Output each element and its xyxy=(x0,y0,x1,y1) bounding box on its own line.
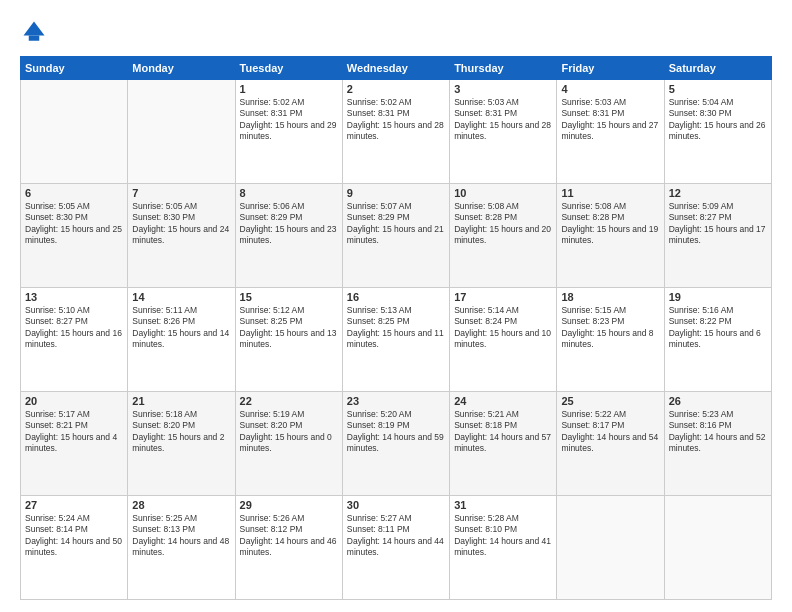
calendar-cell: 24Sunrise: 5:21 AM Sunset: 8:18 PM Dayli… xyxy=(450,392,557,496)
page: SundayMondayTuesdayWednesdayThursdayFrid… xyxy=(0,0,792,612)
calendar-cell: 16Sunrise: 5:13 AM Sunset: 8:25 PM Dayli… xyxy=(342,288,449,392)
day-info: Sunrise: 5:03 AM Sunset: 8:31 PM Dayligh… xyxy=(561,97,659,143)
weekday-header: Saturday xyxy=(664,57,771,80)
calendar-week-row: 13Sunrise: 5:10 AM Sunset: 8:27 PM Dayli… xyxy=(21,288,772,392)
calendar-cell: 23Sunrise: 5:20 AM Sunset: 8:19 PM Dayli… xyxy=(342,392,449,496)
day-number: 11 xyxy=(561,187,659,199)
day-info: Sunrise: 5:08 AM Sunset: 8:28 PM Dayligh… xyxy=(454,201,552,247)
day-info: Sunrise: 5:20 AM Sunset: 8:19 PM Dayligh… xyxy=(347,409,445,455)
day-number: 23 xyxy=(347,395,445,407)
day-number: 3 xyxy=(454,83,552,95)
calendar-week-row: 27Sunrise: 5:24 AM Sunset: 8:14 PM Dayli… xyxy=(21,496,772,600)
day-number: 12 xyxy=(669,187,767,199)
calendar-cell: 30Sunrise: 5:27 AM Sunset: 8:11 PM Dayli… xyxy=(342,496,449,600)
logo-icon xyxy=(20,18,48,46)
calendar-cell: 9Sunrise: 5:07 AM Sunset: 8:29 PM Daylig… xyxy=(342,184,449,288)
svg-rect-1 xyxy=(29,36,40,41)
calendar-week-row: 6Sunrise: 5:05 AM Sunset: 8:30 PM Daylig… xyxy=(21,184,772,288)
day-info: Sunrise: 5:14 AM Sunset: 8:24 PM Dayligh… xyxy=(454,305,552,351)
calendar-cell: 27Sunrise: 5:24 AM Sunset: 8:14 PM Dayli… xyxy=(21,496,128,600)
day-info: Sunrise: 5:28 AM Sunset: 8:10 PM Dayligh… xyxy=(454,513,552,559)
header xyxy=(20,18,772,46)
calendar-cell: 22Sunrise: 5:19 AM Sunset: 8:20 PM Dayli… xyxy=(235,392,342,496)
calendar-cell: 29Sunrise: 5:26 AM Sunset: 8:12 PM Dayli… xyxy=(235,496,342,600)
calendar-cell xyxy=(664,496,771,600)
day-info: Sunrise: 5:08 AM Sunset: 8:28 PM Dayligh… xyxy=(561,201,659,247)
calendar-cell: 4Sunrise: 5:03 AM Sunset: 8:31 PM Daylig… xyxy=(557,80,664,184)
day-number: 6 xyxy=(25,187,123,199)
day-info: Sunrise: 5:10 AM Sunset: 8:27 PM Dayligh… xyxy=(25,305,123,351)
calendar-cell xyxy=(128,80,235,184)
calendar-cell: 20Sunrise: 5:17 AM Sunset: 8:21 PM Dayli… xyxy=(21,392,128,496)
calendar-cell xyxy=(557,496,664,600)
day-number: 10 xyxy=(454,187,552,199)
calendar-cell: 26Sunrise: 5:23 AM Sunset: 8:16 PM Dayli… xyxy=(664,392,771,496)
day-number: 5 xyxy=(669,83,767,95)
calendar-cell: 7Sunrise: 5:05 AM Sunset: 8:30 PM Daylig… xyxy=(128,184,235,288)
day-number: 8 xyxy=(240,187,338,199)
day-number: 2 xyxy=(347,83,445,95)
day-info: Sunrise: 5:13 AM Sunset: 8:25 PM Dayligh… xyxy=(347,305,445,351)
calendar-cell: 21Sunrise: 5:18 AM Sunset: 8:20 PM Dayli… xyxy=(128,392,235,496)
day-number: 1 xyxy=(240,83,338,95)
weekday-header: Friday xyxy=(557,57,664,80)
weekday-header: Tuesday xyxy=(235,57,342,80)
weekday-header: Thursday xyxy=(450,57,557,80)
day-number: 19 xyxy=(669,291,767,303)
calendar-cell: 6Sunrise: 5:05 AM Sunset: 8:30 PM Daylig… xyxy=(21,184,128,288)
day-info: Sunrise: 5:05 AM Sunset: 8:30 PM Dayligh… xyxy=(132,201,230,247)
calendar-cell: 14Sunrise: 5:11 AM Sunset: 8:26 PM Dayli… xyxy=(128,288,235,392)
calendar-header-row: SundayMondayTuesdayWednesdayThursdayFrid… xyxy=(21,57,772,80)
day-info: Sunrise: 5:16 AM Sunset: 8:22 PM Dayligh… xyxy=(669,305,767,351)
day-info: Sunrise: 5:03 AM Sunset: 8:31 PM Dayligh… xyxy=(454,97,552,143)
day-info: Sunrise: 5:24 AM Sunset: 8:14 PM Dayligh… xyxy=(25,513,123,559)
calendar-cell: 1Sunrise: 5:02 AM Sunset: 8:31 PM Daylig… xyxy=(235,80,342,184)
day-number: 17 xyxy=(454,291,552,303)
calendar-cell: 19Sunrise: 5:16 AM Sunset: 8:22 PM Dayli… xyxy=(664,288,771,392)
day-info: Sunrise: 5:07 AM Sunset: 8:29 PM Dayligh… xyxy=(347,201,445,247)
day-info: Sunrise: 5:06 AM Sunset: 8:29 PM Dayligh… xyxy=(240,201,338,247)
day-info: Sunrise: 5:04 AM Sunset: 8:30 PM Dayligh… xyxy=(669,97,767,143)
calendar-cell: 2Sunrise: 5:02 AM Sunset: 8:31 PM Daylig… xyxy=(342,80,449,184)
logo xyxy=(20,18,52,46)
day-number: 13 xyxy=(25,291,123,303)
weekday-header: Sunday xyxy=(21,57,128,80)
calendar-cell: 3Sunrise: 5:03 AM Sunset: 8:31 PM Daylig… xyxy=(450,80,557,184)
svg-marker-0 xyxy=(24,22,45,36)
day-number: 16 xyxy=(347,291,445,303)
day-info: Sunrise: 5:27 AM Sunset: 8:11 PM Dayligh… xyxy=(347,513,445,559)
day-number: 9 xyxy=(347,187,445,199)
calendar-cell: 12Sunrise: 5:09 AM Sunset: 8:27 PM Dayli… xyxy=(664,184,771,288)
day-number: 30 xyxy=(347,499,445,511)
day-info: Sunrise: 5:19 AM Sunset: 8:20 PM Dayligh… xyxy=(240,409,338,455)
calendar-cell: 15Sunrise: 5:12 AM Sunset: 8:25 PM Dayli… xyxy=(235,288,342,392)
day-number: 26 xyxy=(669,395,767,407)
day-info: Sunrise: 5:17 AM Sunset: 8:21 PM Dayligh… xyxy=(25,409,123,455)
calendar-table: SundayMondayTuesdayWednesdayThursdayFrid… xyxy=(20,56,772,600)
calendar-cell: 8Sunrise: 5:06 AM Sunset: 8:29 PM Daylig… xyxy=(235,184,342,288)
day-info: Sunrise: 5:02 AM Sunset: 8:31 PM Dayligh… xyxy=(347,97,445,143)
day-number: 28 xyxy=(132,499,230,511)
calendar-cell: 18Sunrise: 5:15 AM Sunset: 8:23 PM Dayli… xyxy=(557,288,664,392)
day-info: Sunrise: 5:23 AM Sunset: 8:16 PM Dayligh… xyxy=(669,409,767,455)
calendar-cell: 5Sunrise: 5:04 AM Sunset: 8:30 PM Daylig… xyxy=(664,80,771,184)
calendar-cell: 11Sunrise: 5:08 AM Sunset: 8:28 PM Dayli… xyxy=(557,184,664,288)
day-info: Sunrise: 5:25 AM Sunset: 8:13 PM Dayligh… xyxy=(132,513,230,559)
day-number: 21 xyxy=(132,395,230,407)
day-number: 20 xyxy=(25,395,123,407)
day-number: 29 xyxy=(240,499,338,511)
calendar-week-row: 20Sunrise: 5:17 AM Sunset: 8:21 PM Dayli… xyxy=(21,392,772,496)
calendar-cell: 28Sunrise: 5:25 AM Sunset: 8:13 PM Dayli… xyxy=(128,496,235,600)
weekday-header: Monday xyxy=(128,57,235,80)
weekday-header: Wednesday xyxy=(342,57,449,80)
calendar-week-row: 1Sunrise: 5:02 AM Sunset: 8:31 PM Daylig… xyxy=(21,80,772,184)
day-info: Sunrise: 5:22 AM Sunset: 8:17 PM Dayligh… xyxy=(561,409,659,455)
day-number: 24 xyxy=(454,395,552,407)
day-info: Sunrise: 5:09 AM Sunset: 8:27 PM Dayligh… xyxy=(669,201,767,247)
day-info: Sunrise: 5:05 AM Sunset: 8:30 PM Dayligh… xyxy=(25,201,123,247)
calendar-cell: 13Sunrise: 5:10 AM Sunset: 8:27 PM Dayli… xyxy=(21,288,128,392)
calendar-cell: 10Sunrise: 5:08 AM Sunset: 8:28 PM Dayli… xyxy=(450,184,557,288)
day-number: 14 xyxy=(132,291,230,303)
day-info: Sunrise: 5:11 AM Sunset: 8:26 PM Dayligh… xyxy=(132,305,230,351)
day-info: Sunrise: 5:21 AM Sunset: 8:18 PM Dayligh… xyxy=(454,409,552,455)
